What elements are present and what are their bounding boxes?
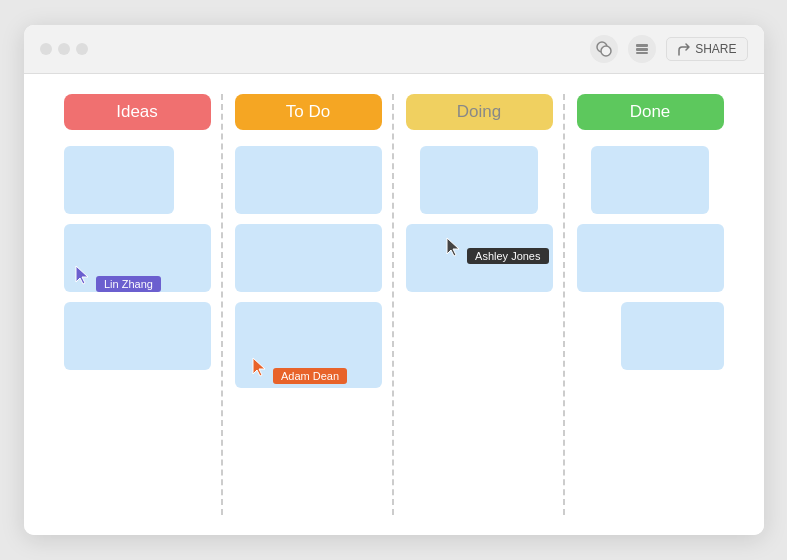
column-ideas: Ideas Lin Zhang bbox=[52, 94, 223, 515]
traffic-light-close[interactable] bbox=[40, 43, 52, 55]
stack-icon[interactable] bbox=[628, 35, 656, 63]
browser-window: SHARE Ideas L bbox=[24, 25, 764, 535]
column-header-doing: Doing bbox=[406, 94, 553, 130]
column-header-done: Done bbox=[577, 94, 724, 130]
column-header-todo: To Do bbox=[235, 94, 382, 130]
card bbox=[235, 224, 382, 292]
browser-toolbar: SHARE bbox=[24, 25, 764, 74]
column-doing: Doing Ashley Jones bbox=[394, 94, 565, 515]
card bbox=[406, 224, 553, 292]
card bbox=[235, 302, 382, 388]
card bbox=[64, 224, 211, 292]
kanban-content: Ideas Lin Zhang bbox=[24, 74, 764, 535]
card bbox=[235, 146, 382, 214]
svg-rect-4 bbox=[636, 52, 648, 54]
cards-area-ideas: Lin Zhang bbox=[64, 146, 211, 515]
svg-point-1 bbox=[601, 46, 611, 56]
column-header-ideas: Ideas bbox=[64, 94, 211, 130]
card bbox=[64, 302, 211, 370]
share-button[interactable]: SHARE bbox=[666, 37, 747, 61]
card bbox=[621, 302, 724, 370]
svg-rect-3 bbox=[636, 48, 648, 51]
cards-area-todo: Adam Dean bbox=[235, 146, 382, 515]
card bbox=[64, 146, 174, 214]
kanban-columns: Ideas Lin Zhang bbox=[52, 94, 736, 515]
traffic-light-minimize[interactable] bbox=[58, 43, 70, 55]
traffic-light-maximize[interactable] bbox=[76, 43, 88, 55]
cards-area-doing: Ashley Jones bbox=[406, 146, 553, 515]
card bbox=[420, 146, 538, 214]
card bbox=[591, 146, 709, 214]
toolbar-actions: SHARE bbox=[590, 35, 747, 63]
column-done: Done bbox=[565, 94, 736, 515]
traffic-lights bbox=[40, 43, 88, 55]
share-label: SHARE bbox=[695, 42, 736, 56]
cards-area-done bbox=[577, 146, 724, 515]
coins-icon[interactable] bbox=[590, 35, 618, 63]
svg-rect-2 bbox=[636, 44, 648, 47]
card bbox=[577, 224, 724, 292]
column-todo: To Do Adam Dean bbox=[223, 94, 394, 515]
